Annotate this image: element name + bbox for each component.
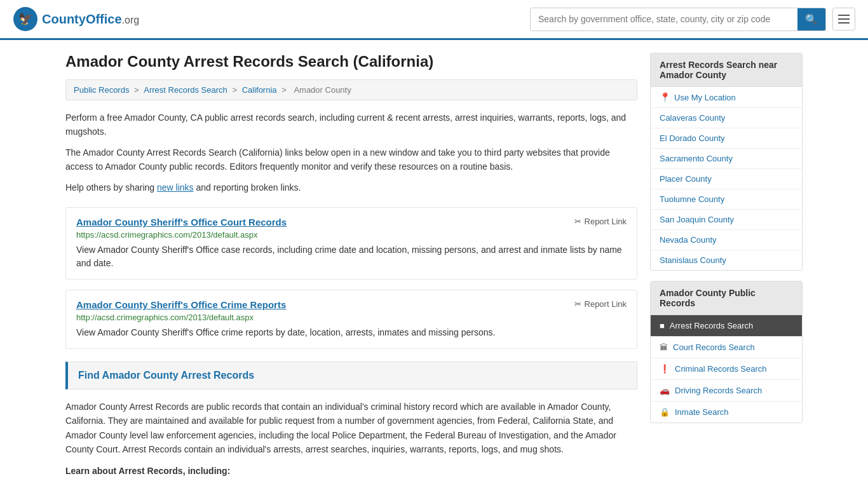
result-2-report-link[interactable]: ✂ Report Link [574, 299, 627, 309]
page-title: Amador County Arrest Records Search (Cal… [65, 53, 637, 71]
pub-record-item-3[interactable]: 🚗 Driving Records Search [651, 380, 802, 402]
logo-area: 🦅 CountyOffice.org [13, 6, 139, 32]
breadcrumb: Public Records > Arrest Records Search >… [65, 79, 637, 100]
search-bar: 🔍 [530, 8, 826, 31]
pub-record-item-1[interactable]: 🏛 Court Records Search [651, 337, 802, 358]
pub-record-item-4[interactable]: 🔒 Inmate Search [651, 402, 802, 423]
sidebar-county-4: Tuolumne County [651, 189, 802, 210]
pub-record-link-2[interactable]: Criminal Records Search [675, 364, 767, 374]
sidebar-county-1-link[interactable]: El Dorado County [660, 133, 725, 143]
sidebar-county-5-link[interactable]: San Joaquin County [660, 215, 734, 224]
pub-record-label-0: Arrest Records Search [670, 321, 754, 330]
pub-record-link-1[interactable]: Court Records Search [673, 342, 755, 352]
sidebar-county-2: Sacramento County [651, 149, 802, 169]
result-card-1-header: Amador County Sheriff's Office Court Rec… [76, 217, 627, 227]
result-2-url: http://acsd.crimegraphics.com/2013/defau… [76, 313, 627, 322]
scissors-icon-1: ✂ [574, 217, 581, 226]
public-records-section: Amador County Public Records ■ Arrest Re… [650, 281, 803, 423]
intro-text: Perform a free Amador County, CA public … [65, 111, 637, 139]
pub-record-link-4[interactable]: Inmate Search [675, 407, 729, 417]
nearby-heading: Arrest Records Search near Amador County [651, 53, 802, 87]
header-right: 🔍 [530, 8, 855, 31]
use-location-link[interactable]: Use My Location [674, 93, 736, 102]
result-1-title[interactable]: Amador County Sheriff's Office Court Rec… [76, 217, 287, 227]
public-records-heading: Amador County Public Records [651, 281, 802, 315]
sidebar-county-4-link[interactable]: Tuolumne County [660, 194, 724, 204]
result-card-2-header: Amador County Sheriff's Office Crime Rep… [76, 299, 627, 310]
result-1-report-link[interactable]: ✂ Report Link [574, 217, 627, 226]
hamburger-menu[interactable] [832, 8, 855, 30]
inmate-search-icon: 🔒 [660, 407, 670, 417]
breadcrumb-public-records[interactable]: Public Records [74, 85, 129, 95]
logo-text: CountyOffice.org [42, 12, 139, 27]
find-section-body: Amador County Arrest Records are public … [65, 400, 637, 457]
pub-record-item-0[interactable]: ■ Arrest Records Search [651, 315, 802, 337]
sidebar-county-6: Nevada County [651, 230, 802, 250]
logo-icon: 🦅 [13, 6, 38, 32]
sidebar-county-1: El Dorado County [651, 128, 802, 149]
sidebar-county-6-link[interactable]: Nevada County [660, 235, 717, 245]
sidebar-county-7: Stanislaus County [651, 250, 802, 270]
new-links[interactable]: new links [157, 182, 194, 193]
learn-label: Learn about Arrest Records, including: [65, 466, 637, 476]
sidebar-county-2-link[interactable]: Sacramento County [660, 154, 733, 163]
arrest-records-icon: ■ [660, 321, 665, 330]
sidebar-county-3-link[interactable]: Placer County [660, 174, 712, 184]
help-text: Help others by sharing new links and rep… [65, 180, 637, 194]
criminal-records-icon: ❗ [660, 364, 670, 374]
breadcrumb-county: Amador County [294, 85, 351, 95]
driving-records-icon: 🚗 [660, 386, 670, 395]
search-button[interactable]: 🔍 [797, 8, 825, 30]
sidebar-county-7-link[interactable]: Stanislaus County [660, 255, 726, 265]
sidebar: Arrest Records Search near Amador County… [650, 53, 803, 481]
location-pin-icon: 📍 [660, 92, 670, 102]
breadcrumb-arrest-records[interactable]: Arrest Records Search [144, 85, 227, 95]
main-content: Amador County Arrest Records Search (Cal… [65, 53, 637, 481]
pub-record-link-3[interactable]: Driving Records Search [675, 386, 762, 395]
result-card-1: Amador County Sheriff's Office Court Rec… [65, 207, 637, 280]
sidebar-county-3: Placer County [651, 169, 802, 189]
info-text: The Amador County Arrest Records Search … [65, 146, 637, 174]
sidebar-county-5: San Joaquin County [651, 210, 802, 230]
result-2-desc: View Amador County Sheriff's Office crim… [76, 326, 627, 339]
result-card-2: Amador County Sheriff's Office Crime Rep… [65, 290, 637, 349]
court-records-icon: 🏛 [660, 342, 668, 352]
svg-text:🦅: 🦅 [18, 12, 33, 26]
scissors-icon-2: ✂ [574, 299, 581, 309]
pub-record-item-2[interactable]: ❗ Criminal Records Search [651, 358, 802, 380]
use-location-item[interactable]: 📍 Use My Location [651, 87, 802, 108]
header: 🦅 CountyOffice.org 🔍 [0, 0, 868, 40]
find-section: Find Amador County Arrest Records [65, 362, 637, 390]
result-1-desc: View Amador County Sheriff's Office case… [76, 243, 627, 270]
search-input[interactable] [531, 9, 797, 29]
result-2-title[interactable]: Amador County Sheriff's Office Crime Rep… [76, 299, 286, 310]
sidebar-county-0-link[interactable]: Calaveras County [660, 113, 725, 123]
sidebar-county-0: Calaveras County [651, 108, 802, 128]
find-section-heading: Find Amador County Arrest Records [78, 370, 627, 381]
nearby-section: Arrest Records Search near Amador County… [650, 53, 803, 271]
breadcrumb-california[interactable]: California [242, 85, 277, 95]
content-wrapper: Amador County Arrest Records Search (Cal… [53, 40, 815, 488]
result-1-url: https://acsd.crimegraphics.com/2013/defa… [76, 230, 627, 240]
